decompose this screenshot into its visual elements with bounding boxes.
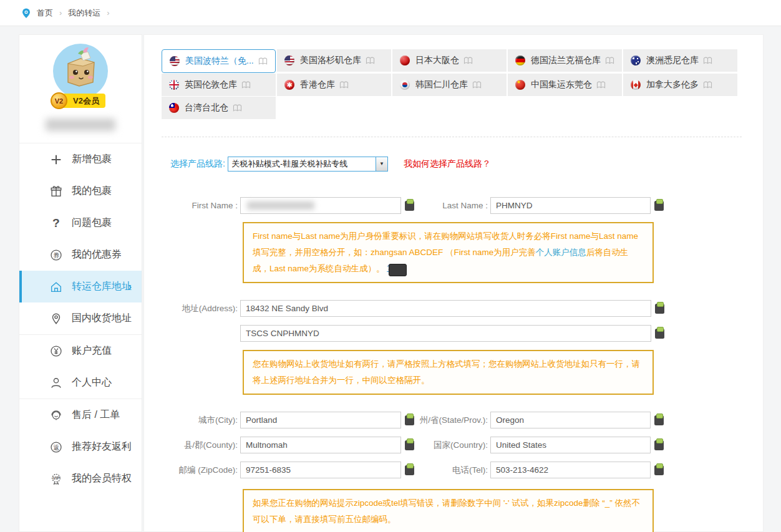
rebate-icon: 返 <box>49 440 63 454</box>
copy-icon[interactable] <box>654 465 664 475</box>
chevron-right-icon: › <box>129 281 132 293</box>
last-name-label: Last Name : <box>416 201 490 210</box>
breadcrumb-separator: › <box>59 8 62 17</box>
product-line-select[interactable]: 关税补贴模式-鞋服关税补贴专线 ▼ <box>228 157 388 172</box>
avatar[interactable]: V2 V2会员 <box>53 44 108 99</box>
svg-text:券: 券 <box>53 251 60 258</box>
sidebar-item-referral-rebate[interactable]: 返 推荐好友返利 <box>19 431 142 463</box>
australia-flag-icon <box>631 56 641 65</box>
sidebar-item-warehouse-address[interactable]: 转运仓库地址 › <box>19 271 142 302</box>
zipcode-input[interactable] <box>240 462 401 478</box>
sidebar-item-my-packages[interactable]: 我的包裹 <box>19 175 142 207</box>
member-level-badge: V2 V2会员 <box>59 94 105 108</box>
us-flag-icon <box>284 56 294 65</box>
copy-icon[interactable] <box>655 304 664 314</box>
tab-kr-incheon[interactable]: 韩国仁川仓库 <box>392 74 507 96</box>
sidebar-item-account-recharge[interactable]: 账户充值 <box>19 335 142 367</box>
svg-text:VIP: VIP <box>52 476 59 480</box>
first-name-input[interactable] <box>240 197 401 214</box>
tab-uk-london[interactable]: 英国伦敦仓库 <box>162 74 276 96</box>
copy-icon[interactable] <box>654 201 664 211</box>
sidebar-item-my-coupons[interactable]: 券 我的优惠券 <box>19 239 142 271</box>
copy-icon[interactable] <box>405 415 414 425</box>
copy-icon[interactable] <box>405 440 414 450</box>
coupon-icon: 券 <box>49 248 63 262</box>
pin-icon <box>49 312 63 326</box>
breadcrumb-my-forwarding[interactable]: 我的转运 <box>68 7 100 19</box>
tab-cn-dongguan[interactable]: 中国集运东莞仓 <box>508 74 622 96</box>
tel-label: 电话(Tel): <box>416 465 490 476</box>
korea-flag-icon <box>400 80 410 90</box>
germany-flag-icon <box>515 56 525 65</box>
address-book-icon <box>703 57 712 65</box>
username-blurred <box>46 118 115 131</box>
last-name-input[interactable] <box>490 197 651 214</box>
sidebar-item-add-package[interactable]: 新增包裹 <box>19 143 142 175</box>
copy-icon[interactable] <box>654 415 664 425</box>
city-input[interactable] <box>240 412 401 428</box>
address-book-icon <box>258 57 268 65</box>
tab-au-sydney[interactable]: 澳洲悉尼仓库 <box>623 49 737 72</box>
state-input[interactable] <box>490 412 651 428</box>
chevron-down-icon: ▼ <box>376 157 387 171</box>
tab-us-portland[interactable]: 美国波特兰（免... <box>162 49 276 73</box>
person-icon <box>49 376 63 390</box>
canada-flag-icon <box>631 80 641 90</box>
sidebar-item-member-privileges[interactable]: VIP 我的会员特权 <box>19 463 142 495</box>
us-flag-icon <box>170 56 180 66</box>
county-input[interactable] <box>240 437 401 453</box>
country-input[interactable] <box>490 437 651 453</box>
tab-de-frankfurt[interactable]: 德国法兰克福仓库 <box>508 49 622 72</box>
vip-badge-icon: VIP <box>49 472 63 486</box>
package-icon <box>49 185 63 198</box>
svg-text:?: ? <box>52 216 60 230</box>
address-book-icon <box>241 81 251 89</box>
city-label: 城市(City): <box>162 415 240 426</box>
tab-ca-toronto[interactable]: 加拿大多伦多 <box>623 74 737 96</box>
zipcode-tip-note: 如果您正在购物的网站提示zipcode或tel填写错误，请删除数字中间 '-' … <box>243 489 654 532</box>
plus-icon <box>49 153 63 167</box>
sidebar-item-personal-center[interactable]: 个人中心 <box>19 367 142 399</box>
sidebar-item-domestic-address[interactable]: 国内收货地址 <box>19 302 142 334</box>
product-line-label: 选择产品线路: <box>162 158 225 170</box>
japan-flag-icon <box>400 56 410 65</box>
copy-icon[interactable] <box>405 465 414 475</box>
breadcrumb-home[interactable]: 首页 <box>37 7 53 19</box>
copy-icon[interactable] <box>654 440 664 450</box>
china-flag-icon <box>515 80 525 90</box>
question-icon: ? <box>49 216 63 230</box>
headset-icon <box>49 409 63 422</box>
address-line2-input[interactable] <box>240 325 651 342</box>
address-book-icon <box>596 81 606 89</box>
avatar-box-character <box>53 44 108 99</box>
address-book-icon <box>605 57 614 65</box>
breadcrumb-separator: › <box>107 8 109 17</box>
product-line-selected-value: 关税补贴模式-鞋服关税补贴专线 <box>228 158 376 170</box>
warehouse-tabs: 美国波特兰（免... 美国洛杉矶仓库 日本大阪仓 德国法兰克福仓库 澳洲悉尼仓库 <box>162 49 743 119</box>
main-panel: 美国波特兰（免... 美国洛杉矶仓库 日本大阪仓 德国法兰克福仓库 澳洲悉尼仓库 <box>143 34 764 532</box>
tab-hk[interactable]: 香港仓库 <box>277 74 391 96</box>
address-book-icon <box>463 57 473 65</box>
address-line1-input[interactable] <box>240 300 651 317</box>
location-pin-icon <box>21 7 32 19</box>
account-info-link[interactable]: 个人账户信息 <box>536 248 586 257</box>
tab-jp-osaka[interactable]: 日本大阪仓 <box>392 49 507 72</box>
sidebar-item-problem-packages[interactable]: ? 问题包裹 <box>19 207 142 239</box>
copy-icon[interactable] <box>405 201 414 211</box>
tab-tw-taipei[interactable]: 台湾台北仓 <box>162 97 276 119</box>
address-label: 地址(Address): <box>162 303 240 314</box>
tel-input[interactable] <box>490 462 651 478</box>
dashed-divider <box>162 137 742 137</box>
address-book-icon <box>366 57 375 65</box>
sidebar-item-aftersale-ticket[interactable]: 售后 / 工单 <box>19 399 142 431</box>
address-book-icon <box>233 104 242 112</box>
hongkong-flag-icon <box>284 80 294 90</box>
address-book-icon <box>472 81 482 89</box>
sidebar: V2 V2会员 新增包裹 我的包裹 ? 问题包裹 券 我的优惠券 转运仓库地址 … <box>19 34 142 532</box>
product-line-help-link[interactable]: 我如何选择产品线路？ <box>404 158 491 170</box>
profile-block: V2 V2会员 <box>19 44 142 143</box>
tab-us-losangeles[interactable]: 美国洛杉矶仓库 <box>277 49 391 72</box>
warehouse-address-form: First Name : Last Name : First name与Last… <box>162 197 742 532</box>
copy-icon[interactable] <box>655 329 664 339</box>
county-label: 县/郡(County): <box>162 440 240 451</box>
